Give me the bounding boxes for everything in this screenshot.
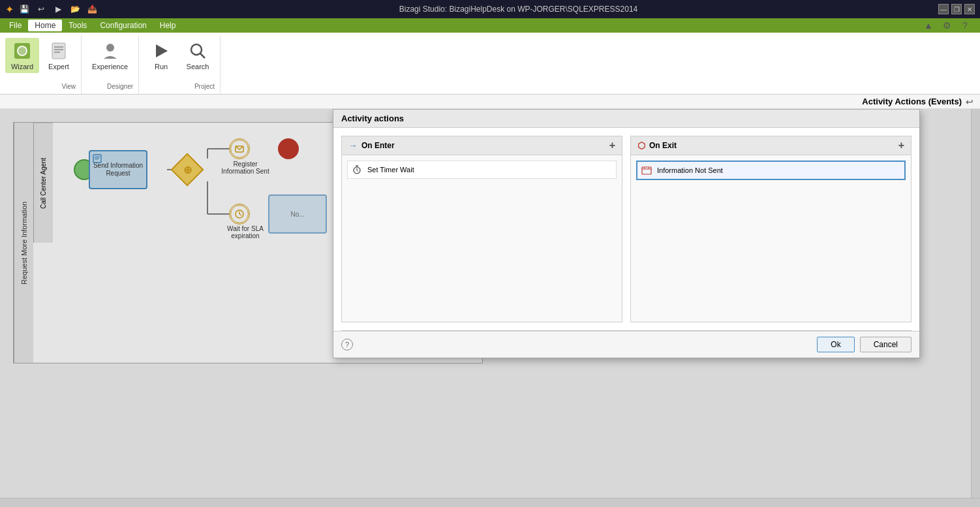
action-set-timer-label: Set Timer Wait bbox=[367, 166, 414, 174]
expert-icon bbox=[48, 40, 69, 61]
wizard-icon bbox=[12, 40, 33, 61]
on-exit-arrow-icon: ⬡ bbox=[637, 140, 645, 151]
breadcrumb-right: Activity Actions (Events) ↩ bbox=[862, 97, 973, 107]
dialog-header: Activity actions bbox=[333, 110, 919, 128]
ribbon-group-project: Run Search Project bbox=[139, 35, 221, 94]
svg-line-10 bbox=[200, 54, 205, 58]
svg-line-31 bbox=[357, 170, 358, 172]
on-exit-add-button[interactable]: + bbox=[898, 140, 904, 151]
settings-icon[interactable]: ⚙ bbox=[940, 18, 954, 33]
dialog-overlay: Activity actions → On Enter + bbox=[0, 109, 980, 507]
svg-point-2 bbox=[18, 47, 26, 55]
svg-rect-34 bbox=[642, 167, 651, 174]
qa-redo-icon[interactable]: ▶ bbox=[52, 3, 65, 16]
ribbon-group-view: Wizard Expert View bbox=[0, 35, 82, 94]
cancel-button[interactable]: Cancel bbox=[860, 337, 911, 352]
ribbon-btn-wizard[interactable]: Wizard bbox=[5, 38, 39, 73]
ribbon-right-controls: ▲ ⚙ ? bbox=[916, 18, 977, 33]
search-icon bbox=[187, 40, 208, 61]
ribbon-project-items: Run Search bbox=[144, 38, 215, 82]
on-enter-arrow-icon: → bbox=[348, 140, 358, 151]
ribbon-btn-experience[interactable]: Experience bbox=[87, 38, 133, 73]
action-info-not-sent-label: Information Not Sent bbox=[657, 166, 723, 174]
search-label: Search bbox=[187, 63, 209, 70]
close-button[interactable]: ✕ bbox=[964, 4, 975, 14]
on-enter-label: On Enter bbox=[361, 141, 395, 150]
ribbon-group-designer-label: Designer bbox=[107, 82, 133, 91]
window-title: Bizagi Studio: BizagiHelpDesk on WP-JORG… bbox=[399, 5, 638, 14]
ribbon-btn-run[interactable]: Run bbox=[144, 38, 178, 73]
on-exit-label: On Exit bbox=[649, 141, 677, 150]
ribbon-view-items: Wizard Expert bbox=[5, 38, 76, 82]
svg-rect-3 bbox=[52, 43, 65, 59]
experience-label: Experience bbox=[92, 63, 128, 70]
qa-save-icon[interactable]: 💾 bbox=[18, 3, 31, 16]
run-label: Run bbox=[155, 63, 168, 70]
ribbon-btn-search[interactable]: Search bbox=[181, 38, 215, 73]
canvas[interactable]: Request More Information Call Center Age… bbox=[0, 109, 980, 507]
qa-export-icon[interactable]: 📤 bbox=[85, 3, 99, 16]
action-icon bbox=[641, 165, 652, 176]
run-icon bbox=[151, 40, 172, 61]
on-exit-body: Information Not Sent bbox=[631, 155, 911, 322]
page-title: Activity Actions (Events) bbox=[862, 97, 962, 106]
breadcrumb-bar: Activity Actions (Events) ↩ bbox=[0, 95, 980, 109]
ribbon-group-designer: Experience Designer bbox=[82, 35, 139, 94]
activity-actions-dialog: Activity actions → On Enter + bbox=[333, 109, 920, 358]
menu-bar: File Home Tools Configuration Help ▲ ⚙ ? bbox=[0, 18, 980, 33]
collapse-ribbon-icon[interactable]: ▲ bbox=[921, 18, 936, 33]
ribbon-group-project-label: Project bbox=[194, 82, 215, 91]
app-logo-icon: ✦ bbox=[5, 3, 14, 16]
ribbon-btn-expert[interactable]: Expert bbox=[42, 38, 76, 73]
qa-open-icon[interactable]: 📂 bbox=[69, 3, 82, 16]
ribbon-designer-items: Experience bbox=[87, 38, 133, 82]
dialog-footer-buttons: Ok Cancel bbox=[817, 337, 911, 352]
expert-label: Expert bbox=[48, 63, 69, 70]
menu-file[interactable]: File bbox=[3, 20, 28, 31]
on-exit-header: ⬡ On Exit + bbox=[631, 136, 911, 155]
action-item-set-timer[interactable]: Set Timer Wait bbox=[347, 161, 617, 179]
ribbon-group-view-label: View bbox=[62, 82, 76, 91]
on-enter-add-button[interactable]: + bbox=[609, 140, 615, 151]
menu-home[interactable]: Home bbox=[28, 20, 62, 31]
main-area: Request More Information Call Center Age… bbox=[0, 109, 980, 507]
menu-help[interactable]: Help bbox=[153, 20, 183, 31]
dialog-title: Activity actions bbox=[341, 114, 404, 123]
svg-marker-8 bbox=[156, 44, 168, 57]
on-enter-body: Set Timer Wait bbox=[342, 155, 622, 322]
title-bar: ✦ 💾 ↩ ▶ 📂 📤 Bizagi Studio: BizagiHelpDes… bbox=[0, 0, 980, 18]
on-enter-header: → On Enter + bbox=[342, 136, 622, 155]
experience-icon bbox=[100, 40, 121, 61]
on-exit-panel: ⬡ On Exit + bbox=[630, 136, 911, 322]
svg-point-9 bbox=[191, 44, 202, 55]
timer-icon bbox=[352, 164, 362, 175]
dialog-footer: ? Ok Cancel bbox=[333, 331, 919, 358]
back-icon[interactable]: ↩ bbox=[966, 97, 973, 107]
menu-configuration[interactable]: Configuration bbox=[93, 20, 153, 31]
ribbon: Wizard Expert View bbox=[0, 33, 980, 95]
dialog-body: → On Enter + bbox=[333, 128, 919, 330]
dialog-help-icon[interactable]: ? bbox=[341, 339, 353, 350]
svg-point-7 bbox=[106, 44, 114, 52]
wizard-label: Wizard bbox=[11, 63, 33, 70]
ok-button[interactable]: Ok bbox=[817, 337, 854, 352]
on-enter-panel: → On Enter + bbox=[341, 136, 622, 322]
window-controls: — ❐ ✕ bbox=[938, 4, 975, 14]
help-ribbon-icon[interactable]: ? bbox=[958, 18, 972, 33]
menu-tools[interactable]: Tools bbox=[62, 20, 93, 31]
minimize-button[interactable]: — bbox=[938, 4, 949, 14]
qa-undo-icon[interactable]: ↩ bbox=[35, 3, 48, 16]
title-bar-left: ✦ 💾 ↩ ▶ 📂 📤 bbox=[5, 3, 99, 16]
restore-button[interactable]: ❐ bbox=[951, 4, 962, 14]
action-item-info-not-sent[interactable]: Information Not Sent bbox=[636, 161, 906, 180]
